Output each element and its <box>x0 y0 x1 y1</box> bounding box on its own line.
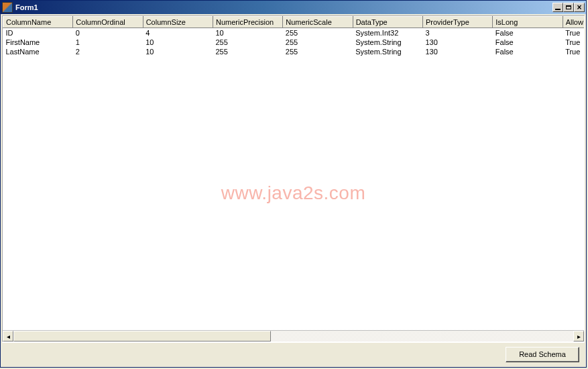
table-cell: False <box>493 38 563 47</box>
table-cell: 2 <box>73 47 143 56</box>
table-row[interactable]: LastName210255255System.String130FalseTr… <box>3 47 585 56</box>
table-cell: 130 <box>422 38 492 47</box>
column-header[interactable]: IsLong <box>493 17 563 28</box>
table-cell: 0 <box>73 28 143 38</box>
table-row[interactable]: FirstName110255255System.String130FalseT… <box>3 38 585 47</box>
column-header[interactable]: NumericPrecision <box>213 17 282 28</box>
table-cell: System.Int32 <box>353 28 422 38</box>
scroll-thumb[interactable] <box>13 331 271 341</box>
table-cell: System.String <box>353 47 422 56</box>
window-title: Form1 <box>15 3 552 11</box>
table-cell: FirstName <box>3 38 73 47</box>
table-cell: False <box>493 47 563 56</box>
table-cell: 255 <box>213 47 282 56</box>
scroll-right-button[interactable]: ▸ <box>573 331 584 341</box>
column-header[interactable]: ProviderType <box>422 17 492 28</box>
column-header[interactable]: NumericScale <box>283 17 353 28</box>
table-cell: 10 <box>143 38 213 47</box>
read-schema-button[interactable]: Read Schema <box>506 347 579 362</box>
table-cell: True <box>563 38 584 47</box>
table-cell: LastName <box>3 47 73 56</box>
window-controls: × <box>552 3 585 12</box>
column-header[interactable]: DataType <box>353 17 422 28</box>
column-header[interactable]: ColumnSize <box>143 17 213 28</box>
table-cell: 255 <box>213 38 282 47</box>
table-cell: True <box>563 47 584 56</box>
table-cell: 4 <box>143 28 213 38</box>
table-cell: True <box>563 28 584 38</box>
bottom-bar: Read Schema <box>2 342 585 366</box>
table-row[interactable]: ID0410255System.Int323FalseTrue <box>3 28 585 38</box>
scroll-track[interactable] <box>13 331 573 341</box>
table-cell: 255 <box>283 38 353 47</box>
table-cell: System.String <box>353 38 422 47</box>
table-cell: 10 <box>213 28 282 38</box>
close-button[interactable]: × <box>574 3 585 12</box>
table-cell: False <box>493 28 563 38</box>
table-cell: 1 <box>73 38 143 47</box>
minimize-button[interactable] <box>552 3 563 12</box>
schema-table: ColumnNameColumnOrdinalColumnSizeNumeric… <box>3 16 584 56</box>
table-cell: 10 <box>143 47 213 56</box>
client-area: ColumnNameColumnOrdinalColumnSizeNumeric… <box>1 14 586 367</box>
horizontal-scrollbar[interactable]: ◂ ▸ <box>3 330 584 341</box>
table-cell: 255 <box>283 47 353 56</box>
table-cell: 130 <box>422 47 492 56</box>
titlebar[interactable]: Form1 × <box>1 1 586 14</box>
table-cell: 255 <box>283 28 353 38</box>
listview[interactable]: ColumnNameColumnOrdinalColumnSizeNumeric… <box>2 15 585 342</box>
table-cell: 3 <box>422 28 492 38</box>
window-frame: Form1 × ColumnNameColumnOrdinalColumnSiz… <box>0 0 587 368</box>
column-header[interactable]: ColumnOrdinal <box>73 17 143 28</box>
scroll-left-button[interactable]: ◂ <box>3 331 13 341</box>
table-cell: ID <box>3 28 73 38</box>
column-header[interactable]: AllowDBNull <box>563 17 584 28</box>
column-header[interactable]: ColumnName <box>3 17 73 28</box>
listview-body: ColumnNameColumnOrdinalColumnSizeNumeric… <box>3 16 584 330</box>
watermark: www.java2s.com <box>3 182 584 204</box>
app-icon <box>2 2 13 13</box>
maximize-button[interactable] <box>563 3 574 12</box>
